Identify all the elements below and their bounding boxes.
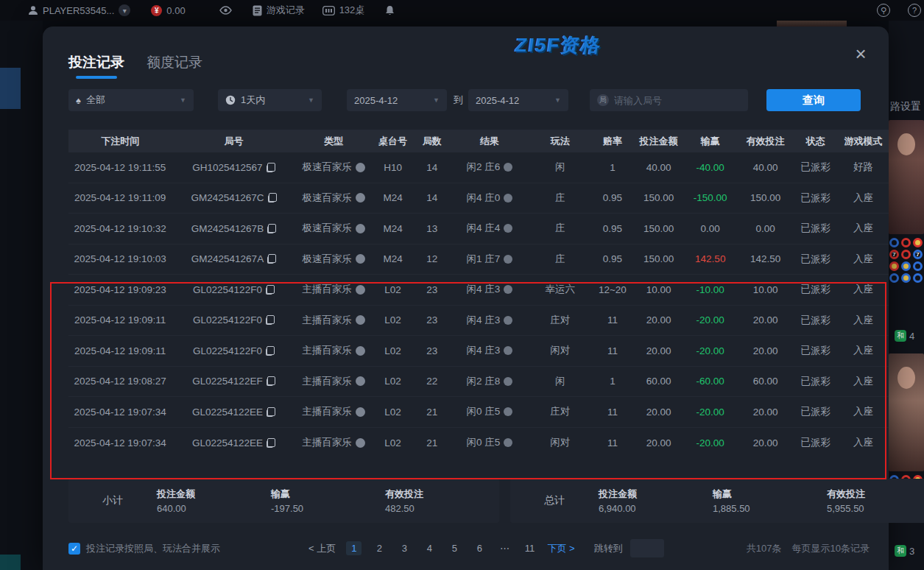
copy-icon[interactable] — [266, 285, 275, 295]
game-records-button[interactable]: 游戏记录 — [253, 4, 305, 17]
page-button[interactable]: 6 — [472, 543, 487, 554]
chevron-down-icon[interactable]: ▾ — [119, 4, 130, 16]
cell-status: 已派彩 — [794, 344, 838, 357]
cell-odds: 1 — [591, 162, 634, 173]
result-detail-icon[interactable] — [504, 316, 512, 325]
prev-page-button[interactable]: < 上页 — [308, 542, 336, 555]
copy-icon[interactable] — [266, 315, 275, 325]
cell-table-no: L02 — [372, 314, 415, 326]
result-detail-icon[interactable] — [504, 285, 512, 294]
result-detail-icon[interactable] — [504, 346, 512, 355]
cell-game-type: 极速百家乐 — [296, 222, 372, 235]
game-category-select[interactable]: ♠ 全部 ▼ — [68, 89, 194, 111]
cell-game-mode: 入座 — [838, 222, 889, 235]
cell-play-type: 闲 — [529, 161, 591, 174]
info-icon[interactable] — [356, 346, 365, 356]
cell-game-type: 极速百家乐 — [296, 253, 372, 266]
result-detail-icon[interactable] — [504, 377, 512, 386]
records-info: 共107条 每页显示10条记录 — [747, 542, 889, 555]
table-row: 2025-04-12 19:09:11 GL02254122F0 主播百家乐 L… — [68, 306, 889, 337]
subtotal-label: 小计 — [68, 494, 157, 507]
jump-page-input[interactable] — [630, 539, 664, 557]
cell-bet-amount: 150.00 — [634, 253, 683, 264]
result-detail-icon[interactable] — [504, 224, 512, 233]
copy-icon[interactable] — [267, 407, 275, 417]
info-icon[interactable] — [356, 315, 365, 325]
close-icon[interactable]: × — [852, 46, 870, 63]
cell-result: 闲4 庄4 — [450, 222, 529, 235]
column-header: 下注时间 — [68, 135, 172, 148]
info-icon[interactable] — [356, 224, 365, 233]
result-detail-icon[interactable] — [504, 407, 512, 416]
cell-odds: 11 — [591, 437, 634, 448]
copy-icon[interactable] — [267, 438, 275, 448]
tie-icon: 和 — [895, 330, 906, 342]
result-detail-icon[interactable] — [504, 255, 512, 264]
cell-round-id: GL02254122F0 — [172, 314, 295, 326]
date-to-picker[interactable]: 2025-4-12 ▼ — [468, 89, 568, 111]
cell-round-id: GH1025412567 — [172, 162, 295, 173]
cell-result: 闲4 庄3 — [450, 283, 529, 296]
page-button[interactable]: 3 — [397, 543, 412, 554]
help-icon[interactable]: ? — [908, 4, 921, 17]
cell-play-type: 庄对 — [529, 314, 591, 327]
page-button[interactable]: 2 — [372, 543, 387, 554]
tie-count: 4 — [909, 331, 914, 342]
cell-game-type: 主播百家乐 — [296, 375, 372, 388]
round-search-input[interactable] — [614, 95, 724, 106]
cell-bet-amount: 40.00 — [634, 162, 683, 173]
search-icon[interactable]: ⚲ — [877, 4, 890, 17]
summary-bar: 小计 投注金额640.00 输赢-197.50 有效投注482.50 总计 投注… — [68, 479, 889, 523]
cell-win-loss: -150.00 — [683, 192, 737, 203]
cell-status: 已派彩 — [794, 283, 838, 296]
copy-icon[interactable] — [267, 224, 276, 233]
page-ellipsis[interactable]: ⋯ — [497, 543, 512, 554]
cell-bet-time: 2025-04-12 19:10:03 — [68, 253, 172, 264]
round-search-box[interactable]: 局 — [590, 89, 748, 111]
subtotal-wl-value: -197.50 — [271, 503, 385, 514]
info-icon[interactable] — [356, 163, 365, 172]
cell-table-no: M24 — [372, 223, 415, 234]
copy-icon[interactable] — [267, 254, 276, 264]
tables-button[interactable]: 132桌 — [322, 4, 365, 17]
date-from-picker[interactable]: 2025-4-12 ▼ — [347, 89, 447, 111]
time-range-select[interactable]: 1天内 ▼ — [218, 89, 322, 111]
result-detail-icon[interactable] — [504, 163, 512, 172]
info-icon[interactable] — [356, 438, 365, 448]
copy-icon[interactable] — [267, 163, 275, 172]
bead-road-dot — [901, 261, 911, 271]
info-icon[interactable] — [356, 254, 365, 264]
subtotal-bet-label: 投注金额 — [157, 488, 271, 501]
cell-game-mode: 入座 — [838, 283, 889, 296]
cell-result: 闲4 庄0 — [450, 191, 529, 205]
column-header: 桌台号 — [372, 135, 415, 148]
result-detail-icon[interactable] — [504, 438, 512, 447]
result-detail-icon[interactable] — [504, 194, 512, 203]
info-icon[interactable] — [356, 407, 365, 417]
player-account[interactable]: PLAYER53545... ▾ — [28, 4, 130, 16]
page-button[interactable]: 4 — [422, 543, 437, 554]
tab-quota-records[interactable]: 额度记录 — [147, 53, 202, 79]
total-label: 总计 — [510, 494, 599, 507]
copy-icon[interactable] — [267, 376, 275, 386]
copy-icon[interactable] — [266, 346, 275, 356]
info-icon[interactable] — [356, 193, 365, 203]
query-button[interactable]: 查询 — [766, 89, 861, 111]
info-icon[interactable] — [356, 376, 365, 386]
bead-road-dot: 7 — [889, 250, 899, 259]
next-page-button[interactable]: 下页 > — [547, 542, 574, 555]
cell-game-mode: 入座 — [838, 344, 889, 357]
merge-checkbox[interactable]: ✓ — [68, 543, 80, 555]
notifications-button[interactable] — [385, 5, 395, 15]
info-icon[interactable] — [356, 285, 365, 295]
copy-icon[interactable] — [268, 193, 277, 203]
cell-status: 已派彩 — [794, 161, 838, 174]
page-button[interactable]: 5 — [447, 543, 462, 554]
cell-table-no: L02 — [372, 345, 415, 356]
cell-result: 闲4 庄3 — [450, 344, 529, 357]
tab-bet-records[interactable]: 投注记录 — [68, 53, 124, 79]
page-button[interactable]: 11 — [522, 543, 537, 554]
balance-visibility-toggle[interactable] — [219, 6, 232, 15]
page-button[interactable]: 1 — [346, 541, 362, 555]
cell-game-mode: 入座 — [838, 191, 889, 205]
